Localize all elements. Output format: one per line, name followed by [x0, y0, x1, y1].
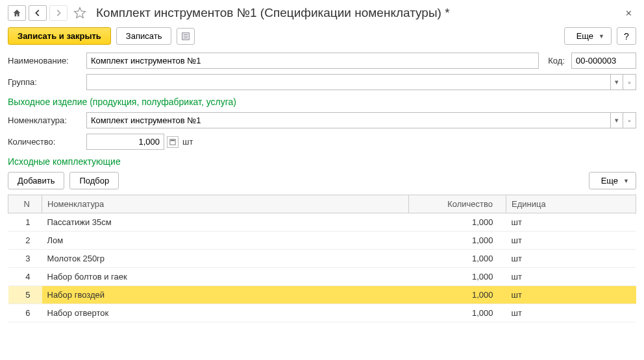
table-row[interactable]: 4Набор болтов и гаек1,000шт	[8, 268, 636, 286]
chevron-down-icon: ▾	[615, 116, 619, 125]
cell-n[interactable]: 2	[8, 232, 42, 250]
calculator-button[interactable]	[167, 136, 179, 148]
table-more-label: Еще	[601, 176, 618, 186]
cell-unit[interactable]: шт	[506, 304, 636, 322]
group-dropdown-button[interactable]: ▾	[610, 74, 623, 90]
cell-n[interactable]: 5	[8, 286, 42, 304]
table-header-row: N Номенклатура Количество Единица	[8, 195, 636, 213]
home-icon	[12, 8, 21, 18]
cell-unit[interactable]: шт	[506, 213, 636, 232]
cell-quantity[interactable]: 1,000	[409, 250, 506, 268]
cell-n[interactable]: 1	[8, 213, 42, 232]
group-label: Группа:	[8, 77, 82, 87]
help-button[interactable]: ?	[617, 27, 636, 45]
cell-nomenclature[interactable]: Набор гвоздей	[42, 286, 409, 304]
cell-unit[interactable]: шт	[506, 232, 636, 250]
arrow-right-icon	[54, 8, 63, 18]
cell-unit[interactable]: шт	[506, 286, 636, 304]
components-section-title: Исходные комплектующие	[8, 156, 636, 167]
main-toolbar: Записать и закрыть Записать Еще▼ ?	[8, 27, 636, 45]
table-row[interactable]: 3Молоток 250гр1,000шт	[8, 250, 636, 268]
cell-nomenclature[interactable]: Набор отверток	[42, 304, 409, 322]
favorite-button[interactable]	[73, 6, 87, 20]
cell-unit[interactable]: шт	[506, 268, 636, 286]
add-button[interactable]: Добавить	[8, 172, 64, 189]
table-more-button[interactable]: Еще▼	[589, 172, 636, 189]
more-label: Еще	[576, 31, 593, 41]
open-icon: ▫	[628, 117, 631, 125]
group-input[interactable]	[86, 74, 610, 90]
home-button[interactable]	[8, 5, 26, 21]
list-icon	[181, 32, 190, 41]
table-row[interactable]: 2Лом1,000шт	[8, 232, 636, 250]
chevron-down-icon: ▼	[623, 178, 629, 184]
cell-n[interactable]: 3	[8, 250, 42, 268]
nomenclature-label: Номенклатура:	[8, 115, 82, 125]
back-button[interactable]	[29, 5, 47, 21]
quantity-input[interactable]	[86, 134, 164, 150]
title-bar: Комплект инструментов №1 (Спецификации н…	[8, 5, 636, 21]
code-label: Код:	[548, 56, 565, 66]
name-label: Наименование:	[8, 56, 82, 66]
quantity-label: Количество:	[8, 137, 82, 147]
header-quantity[interactable]: Количество	[409, 195, 506, 213]
svg-rect-5	[171, 139, 175, 141]
save-and-close-button[interactable]: Записать и закрыть	[8, 27, 111, 45]
pick-button[interactable]: Подбор	[69, 172, 119, 189]
close-button[interactable]: ✕	[621, 8, 636, 18]
name-row: Наименование: Код:	[8, 53, 636, 69]
group-row: Группа: ▾ ▫	[8, 74, 636, 90]
arrow-left-icon	[33, 8, 42, 18]
header-unit[interactable]: Единица	[506, 195, 636, 213]
name-input[interactable]	[86, 53, 539, 69]
cell-nomenclature[interactable]: Пассатижи 35см	[42, 213, 409, 232]
save-button[interactable]: Записать	[116, 27, 172, 45]
nomenclature-input[interactable]	[86, 112, 610, 128]
cell-n[interactable]: 6	[8, 304, 42, 322]
table-row[interactable]: 5Набор гвоздей1,000шт	[8, 286, 636, 304]
report-button[interactable]	[177, 28, 195, 45]
header-nomenclature[interactable]: Номенклатура	[42, 195, 409, 213]
cell-quantity[interactable]: 1,000	[409, 213, 506, 232]
cell-n[interactable]: 4	[8, 268, 42, 286]
cell-quantity[interactable]: 1,000	[409, 304, 506, 322]
code-input[interactable]	[571, 53, 636, 69]
quantity-unit: шт	[182, 137, 193, 147]
chevron-down-icon: ▼	[599, 33, 604, 40]
table-row[interactable]: 1Пассатижи 35см1,000шт	[8, 213, 636, 232]
output-section-title: Выходное изделие (продукция, полуфабрика…	[8, 97, 636, 107]
forward-button[interactable]	[49, 5, 68, 21]
cell-quantity[interactable]: 1,000	[409, 268, 506, 286]
nomenclature-row: Номенклатура: ▾ ▫	[8, 112, 636, 128]
table-row[interactable]: 6Набор отверток1,000шт	[8, 304, 636, 322]
nomenclature-dropdown-button[interactable]: ▾	[610, 112, 623, 128]
components-table: N Номенклатура Количество Единица 1Пасса…	[8, 195, 636, 322]
header-n[interactable]: N	[8, 195, 42, 213]
group-open-button[interactable]: ▫	[623, 74, 636, 90]
star-icon	[73, 6, 86, 19]
nomenclature-open-button[interactable]: ▫	[623, 112, 636, 128]
cell-quantity[interactable]: 1,000	[409, 286, 506, 304]
cell-nomenclature[interactable]: Набор болтов и гаек	[42, 268, 409, 286]
open-icon: ▫	[628, 78, 631, 86]
quantity-row: Количество: шт	[8, 134, 636, 150]
table-toolbar: Добавить Подбор Еще▼	[8, 172, 636, 189]
chevron-down-icon: ▾	[615, 78, 619, 86]
cell-nomenclature[interactable]: Молоток 250гр	[42, 250, 409, 268]
window-title: Комплект инструментов №1 (Спецификации н…	[96, 6, 619, 20]
calculator-icon	[169, 139, 176, 145]
cell-quantity[interactable]: 1,000	[409, 232, 506, 250]
cell-unit[interactable]: шт	[506, 250, 636, 268]
cell-nomenclature[interactable]: Лом	[42, 232, 409, 250]
more-button[interactable]: Еще▼	[564, 27, 612, 45]
